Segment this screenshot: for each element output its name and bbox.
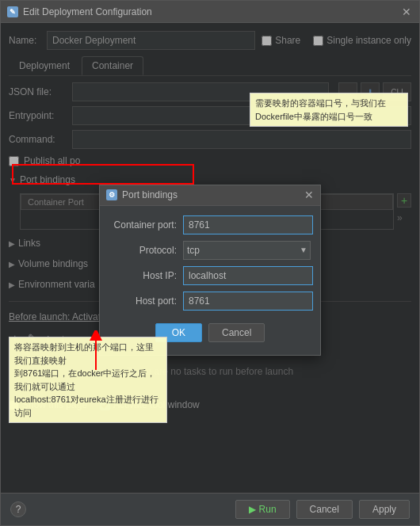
modal-host-port-row: Host port:: [109, 292, 311, 311]
modal-close-button[interactable]: ✕: [304, 189, 314, 201]
window-title: Edit Deployment Configuration: [23, 6, 395, 17]
title-bar: ✎ Edit Deployment Configuration ✕: [1, 1, 419, 23]
modal-host-port-label: Host port:: [109, 295, 177, 307]
modal-protocol-label: Protocol:: [109, 245, 177, 256]
window-icon: ✎: [7, 6, 18, 17]
modal-ok-button[interactable]: OK: [155, 323, 202, 342]
modal-container-port-input[interactable]: [183, 215, 313, 234]
modal-protocol-select[interactable]: tcp udp: [183, 241, 311, 260]
port-bindings-modal: ⚙ Port bindings ✕ Container port: Protoc…: [99, 185, 321, 356]
cancel-button[interactable]: Cancel: [296, 500, 353, 519]
bottom-bar: ? ▶ Run Cancel Apply: [1, 493, 419, 525]
modal-container-port-label: Container port:: [109, 219, 177, 231]
modal-container-port-row: Container port:: [109, 215, 311, 234]
modal-host-port-input[interactable]: [183, 292, 313, 311]
close-button[interactable]: ✕: [400, 6, 413, 18]
modal-host-ip-input[interactable]: [183, 266, 313, 285]
main-window: ✎ Edit Deployment Configuration ✕ Name: …: [0, 0, 420, 526]
modal-icon: ⚙: [106, 189, 117, 200]
modal-cancel-button[interactable]: Cancel: [208, 323, 265, 342]
apply-button[interactable]: Apply: [359, 500, 410, 519]
modal-host-ip-row: Host IP:: [109, 266, 311, 285]
modal-overlay: 需要映射的容器端口号，与我们在Dockerfile中暴露的端口号一致 ⚙ Por…: [1, 23, 419, 493]
run-button[interactable]: ▶ Run: [235, 500, 290, 519]
annotation-top: 需要映射的容器端口号，与我们在Dockerfile中暴露的端口号一致: [250, 93, 408, 127]
modal-title: Port bindings: [122, 189, 300, 200]
modal-protocol-wrapper: tcp udp ▼: [183, 241, 311, 260]
help-button[interactable]: ?: [10, 501, 26, 517]
modal-buttons: OK Cancel: [109, 317, 311, 345]
bottom-right-buttons: ▶ Run Cancel Apply: [235, 500, 410, 519]
container-port-highlight: [12, 164, 194, 185]
main-content: Name: Share Single instance only Deploym…: [1, 23, 419, 493]
modal-body: Container port: Protocol: tcp udp ▼: [100, 206, 320, 355]
modal-host-ip-label: Host IP:: [109, 270, 177, 281]
run-icon: ▶: [249, 504, 256, 515]
modal-title-bar: ⚙ Port bindings ✕: [100, 185, 320, 206]
modal-protocol-row: Protocol: tcp udp ▼: [109, 241, 311, 260]
